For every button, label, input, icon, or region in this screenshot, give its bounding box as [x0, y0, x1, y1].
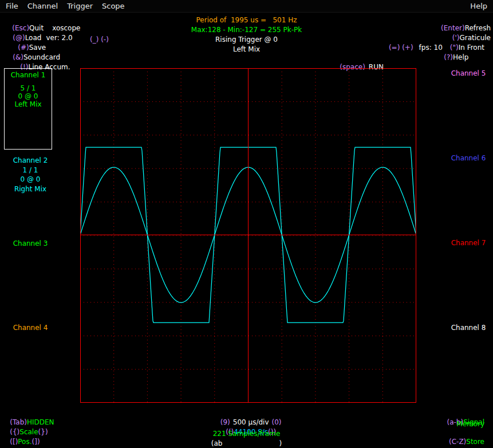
menu-file[interactable]: File	[1, 1, 23, 11]
channel-5-label[interactable]: Channel 5	[446, 69, 491, 77]
mix-readout: Left Mix	[0, 45, 493, 53]
channel-1-scale: 5 / 1	[5, 84, 52, 92]
help-hint: (?)Help	[435, 45, 468, 69]
channel-2-position: 0 @ 0	[2, 175, 59, 183]
scope-graticule-and-traces	[80, 68, 416, 403]
channel-4-label[interactable]: Channel 4	[2, 324, 59, 332]
channel-1-panel[interactable]: Channel 1 5 / 1 0 @ 0 Left Mix	[4, 68, 52, 150]
menubar: File Channel Trigger Scope Help	[0, 0, 493, 13]
channel-6-label[interactable]: Channel 6	[446, 154, 491, 162]
xoscope-window: File Channel Trigger Scope Help (Esc)Qui…	[0, 0, 493, 448]
menu-channel[interactable]: Channel	[23, 1, 62, 11]
memory-label: Memory	[456, 420, 484, 428]
channel-1-label[interactable]: Channel 1	[5, 71, 52, 79]
channel-3-label[interactable]: Channel 3	[2, 239, 59, 247]
help-label: Help	[453, 53, 468, 61]
channel-1-source: Left Mix	[5, 100, 52, 108]
menu-trigger[interactable]: Trigger	[62, 1, 97, 11]
active-channels-readout: (ab )	[0, 439, 493, 447]
menu-scope[interactable]: Scope	[97, 1, 129, 11]
channel-2-scale: 1 / 1	[2, 166, 59, 174]
period-readout: Period of 1995 us = 501 Hz	[0, 16, 493, 24]
scope-display	[80, 68, 416, 403]
channel-1-position: 0 @ 0	[5, 92, 52, 100]
channel-2-label[interactable]: Channel 2	[2, 156, 59, 164]
channel-7-label[interactable]: Channel 7	[446, 239, 491, 247]
channel-8-label[interactable]: Channel 8	[446, 324, 491, 332]
menu-help[interactable]: Help	[466, 1, 492, 11]
recall-hint: (c-z)Recall	[440, 439, 484, 448]
peak-to-peak-readout: Max:128 - Min:-127 = 255 Pk-Pk	[0, 26, 493, 34]
samples-readout: 221 Samples/frame	[0, 430, 493, 438]
help-key: (?)	[444, 53, 453, 61]
channel-2-source: Right Mix	[2, 185, 59, 193]
